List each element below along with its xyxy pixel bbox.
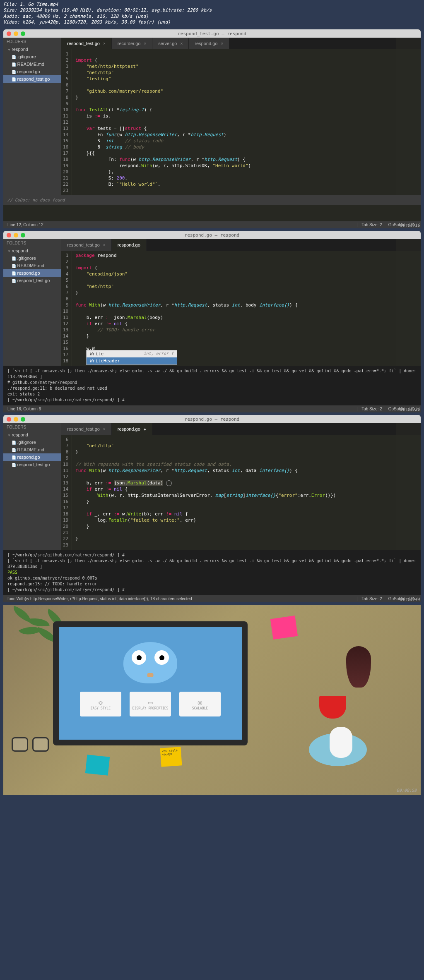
file-item-selected[interactable]: respond.go bbox=[3, 269, 61, 277]
editor-window-2: respond.go — respond FOLDERS respond .gi… bbox=[3, 231, 421, 412]
tab-size[interactable]: Tab Size: 2 bbox=[357, 597, 382, 601]
folder-root[interactable]: respond bbox=[3, 247, 61, 254]
file-item[interactable]: respond_test.go bbox=[3, 461, 61, 468]
close-icon[interactable] bbox=[7, 31, 11, 36]
timestamp: 00:00:44 bbox=[400, 597, 420, 601]
sidebar: FOLDERS respond .gitignore README.md res… bbox=[3, 239, 61, 366]
tab-size[interactable]: Tab Size: 2 bbox=[357, 223, 382, 227]
maximize-icon[interactable] bbox=[21, 417, 25, 422]
file-item[interactable]: respond_test.go bbox=[3, 277, 61, 284]
tab-recorder[interactable]: recorder.go× bbox=[112, 38, 153, 49]
file-item[interactable]: .gitignore bbox=[3, 53, 61, 60]
editor-window-3: respond.go — respond FOLDERS respond .gi… bbox=[3, 415, 421, 602]
selection-info: func With(w http.ResponseWriter, r *http… bbox=[7, 597, 192, 601]
titlebar[interactable]: respond_test.go — respond bbox=[3, 29, 421, 38]
maximize-icon[interactable] bbox=[21, 233, 25, 237]
minimize-icon[interactable] bbox=[14, 417, 18, 422]
minimap[interactable] bbox=[396, 423, 421, 550]
code-content[interactable]: import ( "net/http/httptest" "net/http" … bbox=[72, 49, 421, 195]
maximize-icon[interactable] bbox=[21, 31, 25, 36]
code-editor[interactable]: 67891011121314151617181920212223 "net/ht… bbox=[61, 435, 421, 550]
file-item-selected[interactable]: respond.go bbox=[3, 453, 61, 461]
autocomplete-item-selected[interactable]: WriteHeader bbox=[87, 357, 177, 364]
statusbar: Line 12, Column 12 Tab Size: 2 GoSublime… bbox=[3, 221, 421, 228]
sidebar-header: FOLDERS bbox=[3, 38, 61, 46]
code-content[interactable]: package respond import ( "encoding/json"… bbox=[72, 251, 421, 366]
statusbar: Line 16, Column 6 Tab Size: 2 GoSublime:… bbox=[3, 405, 421, 412]
gopher-mascot-icon bbox=[123, 642, 177, 683]
cursor-position: Line 16, Column 6 bbox=[7, 407, 41, 411]
tab-bar: respond_test.go× recorder.go× server.go×… bbox=[61, 38, 421, 49]
coffee-cup bbox=[319, 696, 346, 719]
minimap[interactable] bbox=[396, 239, 421, 366]
desk-photo: ◇EASY STYLE ▭DISPLAY PROPERTIES ◎SCALABL… bbox=[3, 605, 421, 795]
window-title: respond_test.go — respond bbox=[178, 31, 246, 36]
sidebar-header: FOLDERS bbox=[3, 423, 61, 431]
carafe bbox=[346, 646, 371, 688]
close-icon[interactable]: × bbox=[144, 41, 146, 46]
docs-panel: // GsDoc: no docs found bbox=[3, 195, 421, 205]
close-icon[interactable] bbox=[7, 417, 11, 422]
close-icon[interactable]: × bbox=[103, 243, 106, 247]
cursor-position: Line 12, Column 12 bbox=[7, 223, 43, 227]
autocomplete-popup[interactable]: Writeint, error f WriteHeader bbox=[86, 350, 177, 365]
sidebar-header: FOLDERS bbox=[3, 239, 61, 247]
file-item[interactable]: README.md bbox=[3, 60, 61, 68]
tab-respond-test[interactable]: respond_test.go× bbox=[61, 38, 112, 49]
sidebar: FOLDERS respond .gitignore README.md res… bbox=[3, 38, 61, 195]
code-content[interactable]: "net/http" ) // With repsonds with the s… bbox=[72, 435, 421, 550]
sticky-note-yellow: <h> style <body> bbox=[160, 747, 182, 767]
tab-size[interactable]: Tab Size: 2 bbox=[357, 407, 382, 411]
editor-window-1: respond_test.go — respond FOLDERS respon… bbox=[3, 29, 421, 228]
titlebar[interactable]: respond.go — respond bbox=[3, 415, 421, 423]
autocomplete-item[interactable]: Writeint, error f bbox=[87, 350, 177, 357]
titlebar[interactable]: respond.go — respond bbox=[3, 231, 421, 239]
file-item[interactable]: README.md bbox=[3, 446, 61, 453]
tab-server[interactable]: server.go× bbox=[152, 38, 189, 49]
timestamp: 00:00:16 bbox=[400, 223, 420, 228]
file-item[interactable]: README.md bbox=[3, 262, 61, 269]
dirty-icon[interactable]: ● bbox=[144, 427, 146, 431]
tab-respond-test[interactable]: respond_test.go× bbox=[61, 239, 112, 251]
close-icon[interactable]: × bbox=[180, 41, 183, 46]
file-item[interactable]: .gitignore bbox=[3, 254, 61, 262]
code-editor[interactable]: 1234567891011121314151617181920212223 im… bbox=[61, 49, 421, 195]
folder-root[interactable]: respond bbox=[3, 431, 61, 438]
tab-respond[interactable]: respond.go● bbox=[112, 423, 152, 435]
tab-respond-test[interactable]: respond_test.go× bbox=[61, 423, 112, 435]
close-icon[interactable] bbox=[7, 233, 11, 237]
eyeglasses bbox=[12, 737, 53, 754]
folder-root[interactable]: respond bbox=[3, 46, 61, 53]
minimize-icon[interactable] bbox=[14, 31, 18, 36]
statusbar: func With(w http.ResponseWriter, r *http… bbox=[3, 595, 421, 602]
card-display-properties: ▭DISPLAY PROPERTIES bbox=[130, 692, 171, 716]
monitor-screen: ◇EASY STYLE ▭DISPLAY PROPERTIES ◎SCALABL… bbox=[59, 627, 242, 740]
close-icon[interactable]: × bbox=[103, 41, 106, 46]
tab-respond[interactable]: respond.go bbox=[112, 239, 147, 251]
line-numbers: 67891011121314151617181920212223 bbox=[61, 435, 72, 550]
timestamp: 00:00:30 bbox=[400, 407, 420, 412]
sticky-note-blue bbox=[85, 755, 110, 776]
tab-respond[interactable]: respond.go× bbox=[189, 38, 229, 49]
mouse bbox=[330, 727, 352, 758]
close-icon[interactable]: × bbox=[221, 41, 223, 46]
card-easy-style: ◇EASY STYLE bbox=[80, 692, 121, 716]
line-numbers: 1234567891011121314151617181920212223 bbox=[61, 49, 72, 195]
card-scalable: ◎SCALABLE bbox=[179, 692, 221, 716]
window-title: respond.go — respond bbox=[185, 232, 239, 238]
file-item-selected[interactable]: respond_test.go bbox=[3, 75, 61, 83]
build-console[interactable]: [ ~/work/go/src/github.com/matryer/respo… bbox=[3, 550, 421, 595]
minimap[interactable] bbox=[396, 38, 421, 195]
tab-bar: respond_test.go× respond.go● bbox=[61, 423, 421, 435]
code-editor[interactable]: 123456789101112131415161718 package resp… bbox=[61, 251, 421, 366]
minimize-icon[interactable] bbox=[14, 233, 18, 237]
sticky-note-pink bbox=[270, 616, 298, 640]
file-item[interactable]: .gitignore bbox=[3, 438, 61, 446]
sidebar: FOLDERS respond .gitignore README.md res… bbox=[3, 423, 61, 550]
timestamp: 00:00:58 bbox=[397, 788, 417, 793]
file-item[interactable]: respond.go bbox=[3, 68, 61, 75]
build-console[interactable]: [ `sh if [ -f onsave.sh ]; then ./onsave… bbox=[3, 366, 421, 405]
monitor: ◇EASY STYLE ▭DISPLAY PROPERTIES ◎SCALABL… bbox=[53, 621, 248, 745]
window-title: respond.go — respond bbox=[185, 417, 239, 422]
close-icon[interactable]: × bbox=[103, 427, 106, 431]
